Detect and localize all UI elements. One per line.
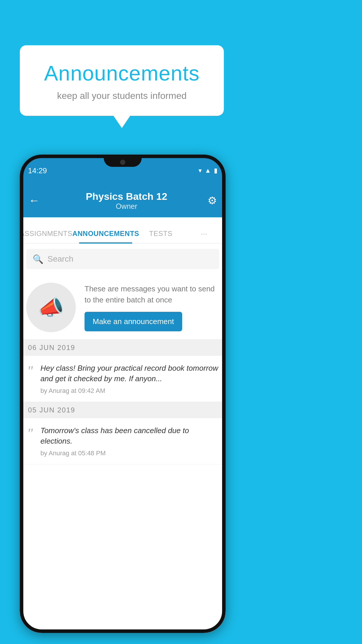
announcement-item-1: " Hey class! Bring your practical record… bbox=[20, 356, 226, 402]
announcement-cta-section: 📣 These are messages you want to send to… bbox=[20, 274, 226, 340]
announcement-by-2: by Anurag at 05:48 PM bbox=[41, 449, 219, 457]
status-bar: 14:29 ▾ ▲ ▮ bbox=[20, 155, 226, 184]
megaphone-circle: 📣 bbox=[26, 283, 76, 332]
gear-icon[interactable]: ⚙ bbox=[208, 195, 217, 207]
status-icons: ▾ ▲ ▮ bbox=[198, 167, 217, 174]
announcement-item-2: " Tomorrow's class has been cancelled du… bbox=[20, 418, 226, 464]
back-button[interactable]: ← bbox=[29, 194, 40, 207]
app-bar-subtitle: Owner bbox=[45, 202, 208, 211]
phone-content: 🔍 Search 📣 These are messages you want t… bbox=[20, 244, 226, 633]
phone-notch bbox=[104, 155, 142, 167]
announcement-message-1: Hey class! Bring your practical record b… bbox=[41, 363, 219, 384]
battery-icon: ▮ bbox=[214, 167, 217, 174]
tab-more[interactable]: ··· bbox=[182, 230, 226, 243]
search-bar[interactable]: 🔍 Search bbox=[26, 249, 219, 269]
cta-description: These are messages you want to send to t… bbox=[85, 284, 219, 305]
side-button-right bbox=[225, 271, 226, 318]
tabs-bar: ASSIGNMENTS ANNOUNCEMENTS TESTS ··· bbox=[20, 217, 226, 244]
tab-tests[interactable]: TESTS bbox=[139, 230, 182, 243]
search-bar-wrapper: 🔍 Search bbox=[20, 244, 226, 274]
status-time: 14:29 bbox=[28, 166, 47, 175]
announcement-message-2: Tomorrow's class has been cancelled due … bbox=[41, 425, 219, 447]
phone-device: 14:29 ▾ ▲ ▮ ← Physics Batch 12 Owner ⚙ A… bbox=[20, 155, 226, 633]
bubble-title: Announcements bbox=[37, 61, 206, 85]
quote-icon-1: " bbox=[26, 364, 34, 378]
bubble-subtitle: keep all your students informed bbox=[37, 90, 206, 101]
announcement-text-1: Hey class! Bring your practical record b… bbox=[41, 363, 219, 395]
date-divider-1: 06 JUN 2019 bbox=[20, 340, 226, 356]
app-bar-title: Physics Batch 12 bbox=[45, 191, 208, 202]
app-bar-title-section: Physics Batch 12 Owner bbox=[45, 191, 208, 211]
announcement-text-2: Tomorrow's class has been cancelled due … bbox=[41, 425, 219, 457]
quote-icon-2: " bbox=[26, 426, 34, 440]
tab-assignments[interactable]: ASSIGNMENTS bbox=[20, 230, 72, 243]
wifi-icon: ▾ bbox=[198, 167, 202, 174]
search-placeholder: Search bbox=[48, 254, 73, 264]
megaphone-icon: 📣 bbox=[38, 295, 64, 320]
side-button-left bbox=[20, 257, 20, 277]
search-icon: 🔍 bbox=[33, 254, 43, 264]
app-bar: ← Physics Batch 12 Owner ⚙ bbox=[20, 184, 226, 217]
cta-right: These are messages you want to send to t… bbox=[85, 284, 219, 331]
speech-bubble: Announcements keep all your students inf… bbox=[20, 45, 224, 116]
date-divider-2: 05 JUN 2019 bbox=[20, 402, 226, 418]
side-button-left2 bbox=[20, 286, 20, 321]
tab-announcements[interactable]: ANNOUNCEMENTS bbox=[72, 230, 139, 243]
notch-camera bbox=[120, 160, 125, 165]
announcement-by-1: by Anurag at 09:42 AM bbox=[41, 387, 219, 395]
make-announcement-button[interactable]: Make an announcement bbox=[85, 312, 182, 331]
signal-icon: ▲ bbox=[205, 167, 211, 174]
speech-bubble-section: Announcements keep all your students inf… bbox=[20, 45, 224, 116]
